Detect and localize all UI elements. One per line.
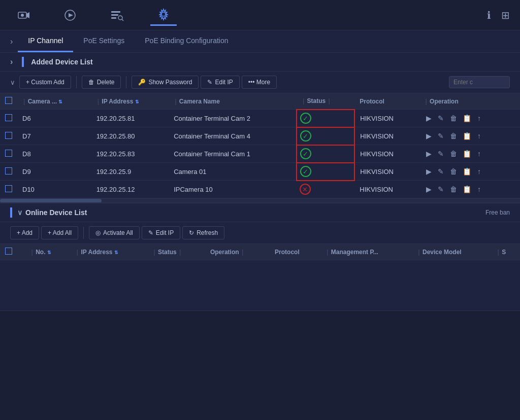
delete-icon: 🗑 — [88, 79, 94, 86]
col-protocol: Protocol — [354, 93, 419, 110]
row-checkbox-d8[interactable] — [5, 150, 12, 157]
up-btn-d10[interactable]: ↑ — [475, 184, 483, 194]
separator-online-1 — [83, 227, 84, 239]
ops-d6: ▶ ✎ 🗑 📋 ↑ — [419, 110, 520, 127]
play-btn-d10[interactable]: ▶ — [424, 184, 434, 194]
edit-btn-d8[interactable]: ✎ — [436, 149, 446, 159]
cam-name-d8: Container Terminal Cam 1 — [169, 145, 297, 163]
edit-ip-button-added[interactable]: ✎ Edit IP — [201, 76, 239, 89]
tab-poe-binding[interactable]: PoE Binding Configuration — [135, 30, 238, 52]
added-device-table-wrapper: | Camera ... ⇅ | IP Address ⇅ | Camera N… — [0, 93, 520, 198]
online-select-all[interactable] — [5, 248, 12, 255]
col-ip: | IP Address ⇅ — [91, 93, 169, 110]
status-badge-d9: ✓ — [300, 166, 311, 177]
camera-id-d8: D8 — [17, 145, 91, 163]
row-checkbox-d7[interactable] — [5, 132, 12, 139]
camera-id-d9: D9 — [17, 163, 91, 181]
table-row: D7 192.20.25.80 Container Terminal Cam 4… — [0, 127, 520, 145]
nav-playback[interactable] — [57, 5, 83, 25]
note-btn-d6[interactable]: 📋 — [461, 113, 473, 123]
play-btn-d9[interactable]: ▶ — [424, 166, 434, 177]
nav-camera[interactable] — [10, 5, 37, 25]
row-checkbox-d10[interactable] — [5, 185, 12, 192]
note-btn-d9[interactable]: 📋 — [461, 166, 473, 177]
status-badge-d10: ✕ — [300, 184, 311, 195]
status-d8: ✓ — [297, 145, 354, 163]
up-btn-d9[interactable]: ↑ — [475, 166, 483, 177]
col-camera: | Camera ... ⇅ — [17, 93, 91, 110]
online-collapse-arrow[interactable]: ∨ — [17, 208, 22, 217]
activate-all-button[interactable]: ◎ Activate All — [89, 226, 140, 239]
added-device-table: | Camera ... ⇅ | IP Address ⇅ | Camera N… — [0, 93, 520, 198]
svg-rect-7 — [111, 17, 116, 19]
add-button[interactable]: + Add — [10, 226, 39, 239]
up-btn-d8[interactable]: ↑ — [475, 149, 483, 159]
online-section-blue-bar — [10, 207, 12, 218]
sidebar-collapse-arrow[interactable]: › — [10, 37, 13, 46]
tab-ip-channel[interactable]: IP Channel — [18, 30, 73, 52]
note-btn-d7[interactable]: 📋 — [461, 131, 473, 141]
added-section-arrow[interactable]: ∨ — [10, 79, 15, 86]
table-row: D10 192.20.25.12 IPCamera 10 ✕ HIKVISION… — [0, 181, 520, 198]
ip-d10: 192.20.25.12 — [91, 181, 169, 198]
custom-add-button[interactable]: + Custom Add — [19, 76, 71, 89]
status-d6: ✓ — [297, 110, 354, 127]
activate-icon: ◎ — [95, 229, 101, 236]
separator-2 — [126, 76, 126, 88]
online-device-table: | No. ⇅ | IP Address ⇅ | Status | Operat… — [0, 244, 520, 311]
show-password-button[interactable]: 🔑 Show Password — [132, 76, 199, 89]
free-band-label: Free ban — [485, 209, 510, 216]
table-row: D9 192.20.25.9 Camera 01 ✓ HIKVISION ▶ ✎… — [0, 163, 520, 181]
cam-name-d6: Container Terminal Cam 2 — [169, 110, 297, 127]
svg-marker-1 — [26, 12, 29, 18]
delete-button[interactable]: 🗑 Delete — [82, 76, 121, 89]
camera-id-d10: D10 — [17, 181, 91, 198]
nav-right: ℹ ⊞ — [487, 9, 510, 21]
camera-id-d6: D6 — [17, 110, 91, 127]
add-all-button[interactable]: + Add All — [41, 226, 78, 239]
delete-btn-d6[interactable]: 🗑 — [448, 113, 459, 123]
play-btn-d8[interactable]: ▶ — [424, 149, 434, 159]
edit-ip-button-online[interactable]: ✎ Edit IP — [142, 226, 180, 239]
nav-icons — [10, 4, 177, 26]
online-col-operation: Operation | — [205, 244, 270, 260]
info-icon[interactable]: ℹ — [487, 9, 491, 21]
cam-name-d9: Camera 01 — [169, 163, 297, 181]
delete-btn-d9[interactable]: 🗑 — [448, 166, 459, 177]
section-collapse-arrow[interactable]: › — [10, 57, 13, 66]
edit-btn-d6[interactable]: ✎ — [436, 113, 446, 123]
svg-rect-6 — [111, 14, 118, 16]
more-button[interactable]: ••• More — [242, 76, 277, 89]
play-btn-d7[interactable]: ▶ — [424, 131, 434, 141]
refresh-button[interactable]: ↻ Refresh — [182, 226, 224, 239]
note-btn-d10[interactable]: 📋 — [461, 184, 473, 194]
nav-search[interactable] — [104, 5, 130, 25]
edit-btn-d10[interactable]: ✎ — [436, 184, 446, 194]
search-input[interactable] — [449, 76, 510, 88]
play-btn-d6[interactable]: ▶ — [424, 113, 434, 123]
up-btn-d7[interactable]: ↑ — [475, 131, 483, 141]
up-btn-d6[interactable]: ↑ — [475, 113, 483, 123]
table-scrollbar[interactable] — [0, 198, 520, 202]
password-icon: 🔑 — [138, 79, 146, 86]
nav-settings[interactable] — [150, 4, 177, 26]
row-checkbox-d6[interactable] — [5, 114, 12, 121]
ip-d9: 192.20.25.9 — [91, 163, 169, 181]
row-checkbox-d9[interactable] — [5, 167, 12, 174]
online-col-model: | Device Model — [412, 244, 491, 260]
delete-btn-d7[interactable]: 🗑 — [448, 131, 459, 141]
online-device-header: ∨ Online Device List Free ban — [0, 202, 520, 222]
online-col-ip: | IP Address ⇅ — [71, 244, 147, 260]
edit-btn-d9[interactable]: ✎ — [436, 166, 446, 177]
grid-icon[interactable]: ⊞ — [501, 9, 510, 21]
delete-btn-d8[interactable]: 🗑 — [448, 149, 459, 159]
tab-poe-settings[interactable]: PoE Settings — [73, 30, 135, 52]
edit-btn-d7[interactable]: ✎ — [436, 131, 446, 141]
delete-btn-d10[interactable]: 🗑 — [448, 184, 459, 194]
svg-rect-5 — [111, 11, 120, 13]
select-all-checkbox[interactable] — [5, 97, 12, 104]
status-d7: ✓ — [297, 127, 354, 145]
online-toolbar: + Add + Add All ◎ Activate All ✎ Edit IP… — [0, 222, 520, 244]
note-btn-d8[interactable]: 📋 — [461, 149, 473, 159]
tab-row: › IP Channel PoE Settings PoE Binding Co… — [0, 30, 520, 53]
